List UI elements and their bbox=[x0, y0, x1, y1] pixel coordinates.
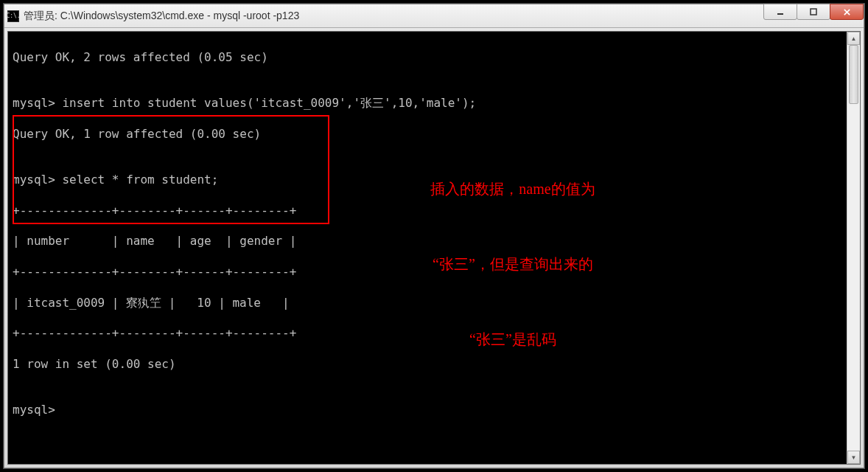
vertical-scrollbar[interactable]: ▲ ▼ bbox=[847, 32, 860, 464]
close-button[interactable] bbox=[830, 4, 864, 20]
terminal-line: +-------------+--------+------+--------+ bbox=[13, 326, 855, 341]
terminal-line: mysql> select * from student; bbox=[13, 173, 855, 188]
close-icon bbox=[843, 8, 851, 16]
window-controls bbox=[764, 4, 864, 20]
window-frame: C:\. 管理员: C:\Windows\system32\cmd.exe - … bbox=[4, 4, 864, 468]
terminal-line: | number | name | age | gender | bbox=[13, 234, 855, 249]
minimize-icon bbox=[776, 7, 785, 16]
terminal-area[interactable]: Query OK, 2 rows affected (0.05 sec) mys… bbox=[7, 31, 861, 465]
terminal-line: | itcast_0009 | 寮犱笁 | 10 | male | bbox=[13, 296, 855, 311]
terminal-line: 1 row in set (0.00 sec) bbox=[13, 357, 855, 372]
window-title: 管理员: C:\Windows\system32\cmd.exe - mysql… bbox=[24, 10, 861, 23]
minimize-button[interactable] bbox=[763, 4, 797, 20]
cmd-icon-text: C:\. bbox=[6, 13, 20, 19]
svg-rect-1 bbox=[811, 9, 816, 15]
scrollbar-thumb[interactable] bbox=[849, 45, 858, 104]
terminal-line: mysql> insert into student values('itcas… bbox=[13, 96, 855, 111]
scroll-up-button[interactable]: ▲ bbox=[847, 32, 860, 45]
terminal-line: +-------------+--------+------+--------+ bbox=[13, 204, 855, 219]
titlebar[interactable]: C:\. 管理员: C:\Windows\system32\cmd.exe - … bbox=[4, 4, 864, 28]
terminal-content: Query OK, 2 rows affected (0.05 sec) mys… bbox=[8, 32, 860, 465]
cmd-icon: C:\. bbox=[7, 10, 19, 22]
maximize-icon bbox=[809, 7, 818, 16]
svg-rect-0 bbox=[777, 13, 783, 15]
terminal-line: mysql> bbox=[13, 403, 855, 418]
window-outer-border: C:\. 管理员: C:\Windows\system32\cmd.exe - … bbox=[3, 3, 865, 469]
maximize-button[interactable] bbox=[797, 4, 830, 20]
terminal-line: Query OK, 1 row affected (0.00 sec) bbox=[13, 127, 855, 142]
scroll-down-button[interactable]: ▼ bbox=[847, 451, 860, 464]
terminal-line: Query OK, 2 rows affected (0.05 sec) bbox=[13, 50, 855, 66]
terminal-line: +-------------+--------+------+--------+ bbox=[13, 265, 855, 280]
